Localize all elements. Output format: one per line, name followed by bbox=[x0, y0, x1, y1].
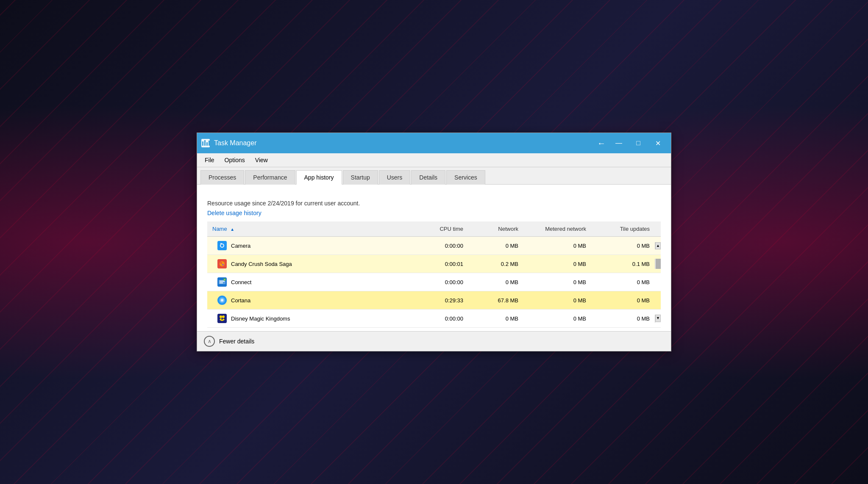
camera-tile: 0 MB bbox=[591, 238, 655, 253]
task-manager-window: Task Manager ← — □ ✕ File Options View P… bbox=[197, 133, 671, 351]
svg-rect-1 bbox=[202, 141, 203, 146]
svg-rect-16 bbox=[220, 282, 223, 283]
svg-point-23 bbox=[220, 315, 222, 318]
camera-network: 0 MB bbox=[468, 238, 523, 253]
fewer-details-button[interactable]: ∧ bbox=[204, 336, 215, 347]
disney-metered: 0 MB bbox=[523, 311, 591, 326]
connect-tile: 0 MB bbox=[591, 275, 655, 290]
connect-cpu: 0:00:00 bbox=[409, 275, 468, 290]
app-name-camera: Camera bbox=[207, 237, 409, 254]
camera-cpu: 0:00:00 bbox=[409, 238, 468, 253]
fewer-details-label[interactable]: Fewer details bbox=[219, 338, 254, 345]
svg-point-7 bbox=[221, 244, 223, 247]
window-controls: — □ ✕ bbox=[609, 133, 668, 153]
svg-rect-2 bbox=[204, 140, 206, 146]
svg-point-21 bbox=[221, 299, 223, 301]
svg-point-10 bbox=[220, 261, 225, 266]
table-body-container: Camera 0:00:00 0 MB 0 MB 0 MB ▲ bbox=[207, 237, 661, 328]
table-row: Disney Magic Kingdoms 0:00:00 0 MB 0 MB … bbox=[207, 310, 661, 328]
menu-file[interactable]: File bbox=[200, 155, 219, 165]
camera-icon bbox=[217, 241, 227, 250]
column-header-tile[interactable]: Tile updates bbox=[591, 221, 655, 236]
resource-text: Resource usage since 2/24/2019 for curre… bbox=[207, 200, 661, 207]
table-header-row: Name ▲ CPU time Network Metered network … bbox=[207, 221, 661, 237]
cortana-metered: 0 MB bbox=[523, 293, 591, 308]
connect-network: 0 MB bbox=[468, 275, 523, 290]
footer: ∧ Fewer details bbox=[197, 331, 671, 351]
svg-rect-3 bbox=[206, 142, 208, 146]
svg-rect-8 bbox=[220, 243, 222, 244]
column-header-network[interactable]: Network bbox=[468, 221, 523, 236]
tabs: Processes Performance App history Startu… bbox=[197, 167, 671, 185]
table-row: Candy Crush Soda Saga 0:00:01 0.2 MB 0 M… bbox=[207, 255, 661, 273]
table-row: Camera 0:00:00 0 MB 0 MB 0 MB ▲ bbox=[207, 237, 661, 255]
tab-performance[interactable]: Performance bbox=[245, 170, 295, 185]
menu-options[interactable]: Options bbox=[220, 155, 249, 165]
tab-details[interactable]: Details bbox=[411, 170, 445, 185]
minimize-button[interactable]: — bbox=[609, 133, 629, 153]
svg-rect-4 bbox=[209, 141, 210, 146]
connect-icon bbox=[217, 277, 227, 287]
app-history-table: Name ▲ CPU time Network Metered network … bbox=[207, 221, 661, 328]
window-title: Task Manager bbox=[214, 139, 590, 147]
maximize-button[interactable]: □ bbox=[629, 133, 648, 153]
connect-metered: 0 MB bbox=[523, 275, 591, 290]
candy-metered: 0 MB bbox=[523, 257, 591, 271]
svg-point-12 bbox=[222, 264, 224, 266]
svg-point-24 bbox=[222, 315, 225, 318]
svg-point-11 bbox=[220, 262, 222, 264]
svg-rect-15 bbox=[220, 281, 225, 282]
content-area: Resource usage since 2/24/2019 for curre… bbox=[197, 185, 671, 331]
table-row: Cortana 0:29:33 67.8 MB 0 MB 0 MB bbox=[207, 291, 661, 310]
scrollbar-up-button[interactable]: ▲ bbox=[655, 242, 661, 249]
disney-network: 0 MB bbox=[468, 311, 523, 326]
svg-point-25 bbox=[221, 318, 223, 320]
app-icon bbox=[200, 138, 211, 148]
disney-tile: 0 MB bbox=[591, 311, 655, 326]
cortana-icon bbox=[217, 296, 227, 305]
title-bar: Task Manager ← — □ ✕ bbox=[197, 133, 671, 153]
cortana-network: 67.8 MB bbox=[468, 293, 523, 308]
column-header-cpu[interactable]: CPU time bbox=[409, 221, 468, 236]
app-name-candy: Candy Crush Soda Saga bbox=[207, 255, 409, 273]
tab-services[interactable]: Services bbox=[446, 170, 485, 185]
candy-network: 0.2 MB bbox=[468, 257, 523, 271]
scrollbar-thumb bbox=[656, 259, 661, 269]
tab-startup[interactable]: Startup bbox=[343, 170, 378, 185]
sort-arrow-icon: ▲ bbox=[230, 227, 234, 232]
app-name-disney: Disney Magic Kingdoms bbox=[207, 310, 409, 327]
scrollbar-down-button[interactable]: ▼ bbox=[655, 315, 661, 322]
candy-tile: 0.1 MB bbox=[591, 257, 655, 271]
cortana-tile: 0 MB bbox=[591, 293, 655, 308]
menu-view[interactable]: View bbox=[251, 155, 272, 165]
app-name-cortana: Cortana bbox=[207, 291, 409, 309]
candy-cpu: 0:00:01 bbox=[409, 257, 468, 271]
close-button[interactable]: ✕ bbox=[648, 133, 668, 153]
column-header-metered[interactable]: Metered network bbox=[523, 221, 591, 236]
back-arrow[interactable]: ← bbox=[597, 138, 606, 148]
disney-cpu: 0:00:00 bbox=[409, 311, 468, 326]
tab-users[interactable]: Users bbox=[379, 170, 411, 185]
delete-usage-history-link[interactable]: Delete usage history bbox=[207, 210, 262, 216]
tab-app-history[interactable]: App history bbox=[296, 170, 342, 185]
disney-icon bbox=[217, 314, 227, 323]
table-row: Connect 0:00:00 0 MB 0 MB 0 MB bbox=[207, 273, 661, 291]
cortana-cpu: 0:29:33 bbox=[409, 293, 468, 308]
candy-icon bbox=[217, 259, 227, 268]
tab-processes[interactable]: Processes bbox=[200, 170, 244, 185]
column-header-name[interactable]: Name ▲ bbox=[207, 221, 409, 236]
app-name-connect: Connect bbox=[207, 273, 409, 291]
camera-metered: 0 MB bbox=[523, 238, 591, 253]
menu-bar: File Options View bbox=[197, 153, 671, 167]
